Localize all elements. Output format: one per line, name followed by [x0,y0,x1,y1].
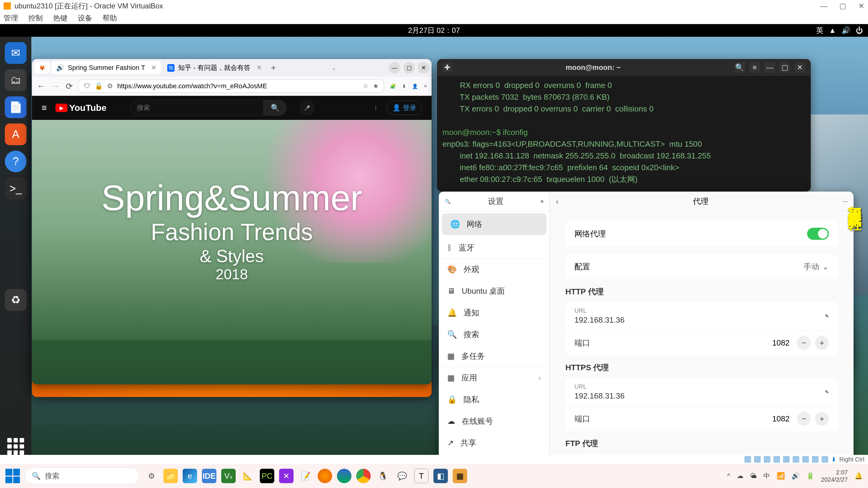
account-icon[interactable]: 👤 [412,84,418,89]
firefox-ubuntu-icon[interactable]: 🦊 [34,62,50,74]
sidebar-item-network[interactable]: 🌐网络 [442,213,547,235]
start-button[interactable] [5,469,20,483]
permissions-icon[interactable]: ⚙ [107,82,113,90]
dock-trash-icon[interactable]: ♻ [5,289,27,311]
edit-icon[interactable]: ✎ [825,313,829,319]
terminal-close-button[interactable]: ✕ [795,62,805,73]
port-increment-button[interactable]: + [815,336,829,350]
sidebar-item-bluetooth[interactable]: ᛒ蓝牙 [439,237,550,258]
menu-icon[interactable]: ≡ [424,84,427,89]
terminal-minimize-button[interactable]: — [764,62,775,73]
sidebar-item-notifications[interactable]: 🔔通知 [439,302,550,324]
menu-icon[interactable]: ≡ [41,103,47,113]
dock-writer-icon[interactable]: 📄 [5,96,27,118]
sidebar-item-multitask[interactable]: ▦多任务 [439,345,550,367]
youtube-video-player[interactable]: Spring&Summer Fashion Trends & Styles 20… [32,120,432,340]
tray-battery-icon[interactable]: 🔋 [806,472,814,480]
shield-icon[interactable]: 🛡 [84,82,90,90]
vbox-menu-hotkey[interactable]: 热键 [53,13,67,23]
firefox-newtab-button[interactable]: + [268,63,279,73]
taskbar-matlab-icon[interactable]: 📐 [241,469,255,483]
extensions-icon[interactable]: 🧩 [390,84,396,89]
search-icon[interactable]: 🔍 [734,62,745,73]
tab-close-icon[interactable]: ✕ [151,64,156,72]
taskbar-wechat-icon[interactable]: 💬 [395,469,409,483]
taskbar-vs-icon[interactable]: Vₛ [221,469,236,483]
gnome-datetime[interactable]: 2月27日 02：07 [408,26,460,35]
vbox-net-icon[interactable] [764,456,770,463]
terminal-output[interactable]: RX errors 0 dropped 0 overruns 0 frame 0… [437,76,811,189]
firefox-tab-inactive[interactable]: 知 知乎 - 有问题，就会有答 ✕ [162,61,267,74]
vbox-cd-icon[interactable] [754,456,761,463]
taskbar-pycharm-icon[interactable]: PC [260,469,274,483]
vbox-hd-icon[interactable] [744,456,751,463]
sidebar-item-sharing[interactable]: ↗共享 [439,432,550,454]
mic-icon[interactable]: 🎤 [299,100,315,116]
tray-volume-icon[interactable]: 🔊 [792,472,800,480]
taskbar-virtualbox-icon[interactable]: ◧ [433,469,448,483]
sidebar-item-ubuntu-desktop[interactable]: 🖥Ubuntu 桌面 [439,280,550,302]
youtube-search-button[interactable]: 🔍 [264,100,287,116]
port-increment-button[interactable]: + [815,412,829,426]
back-button[interactable]: ← [37,82,45,91]
taskbar-app-icon[interactable]: ▦ [453,469,467,483]
tray-expand-icon[interactable]: ^ [727,472,730,480]
taskbar-text-icon[interactable]: T [414,469,429,483]
sidebar-item-online-accounts[interactable]: ☁在线账号 [439,410,550,432]
dock-help-icon[interactable]: ? [5,151,27,172]
taskbar-notepad-icon[interactable]: 📝 [299,469,313,483]
gnome-lang-indicator[interactable]: 英 [816,26,824,35]
sidebar-item-privacy[interactable]: 🔒隐私 [439,389,550,410]
youtube-login-button[interactable]: 👤 登录 [387,101,422,115]
url-bar[interactable]: 🛡 🔒 ⚙ ☆ ★ [79,79,384,93]
taskbar-vs2-icon[interactable]: ✕ [279,469,293,483]
dock-terminal-icon[interactable]: >_ [5,178,27,199]
tray-wifi-icon[interactable]: 📶 [777,472,785,480]
more-icon[interactable]: ⋮ [373,105,378,111]
dock-files-icon[interactable]: 🗂 [5,69,27,91]
firefox-maximize-button[interactable]: ▢ [403,62,415,73]
sidebar-item-search[interactable]: 🔍搜索 [439,324,550,345]
forward-button[interactable]: → [51,82,60,91]
network-icon[interactable]: ▲ [829,26,836,35]
sidebar-item-appearance[interactable]: 🎨外观 [439,258,550,280]
vbox-shared-icon[interactable] [783,456,789,463]
dock-show-apps-button[interactable] [7,438,24,455]
terminal-menu-button[interactable]: ≡ [749,62,760,73]
edit-icon[interactable]: ✎ [825,389,829,395]
port-decrement-button[interactable]: − [797,412,811,426]
taskbar-chrome-icon[interactable] [356,469,371,483]
taskbar-settings-icon[interactable]: ⚙ [144,469,158,483]
search-icon[interactable]: 🔍 [445,198,451,204]
vbox-menu-control[interactable]: 控制 [28,13,43,23]
bookmark-icon[interactable]: ★ [373,82,379,90]
sidebar-item-apps[interactable]: ▦应用› [439,367,550,389]
vbox-close-button[interactable]: ✕ [858,2,864,10]
reload-button[interactable]: ⟳ [66,82,73,91]
proxy-config-row[interactable]: 配置 手动⌄ [565,254,838,279]
volume-icon[interactable]: 🔊 [841,26,850,35]
terminal-maximize-button[interactable]: ▢ [779,62,790,73]
star-outline-icon[interactable]: ☆ [363,82,369,90]
taskbar-ide-icon[interactable]: IDE [202,469,216,483]
taskbar-edge-icon[interactable]: e [183,469,197,483]
youtube-search-input[interactable] [130,100,264,116]
vbox-menu-manage[interactable]: 管理 [4,13,18,23]
vbox-display-icon[interactable] [793,456,799,463]
tray-weather-icon[interactable]: 🌥 [750,472,757,480]
tabs-dropdown-icon[interactable]: ⌄ [332,65,336,71]
firefox-close-button[interactable]: ✕ [418,62,429,73]
taskbar-clock[interactable]: 2:07 2024/2/27 [821,469,848,483]
taskbar-explorer-icon[interactable]: 📁 [163,469,178,483]
taskbar-edge2-icon[interactable] [337,469,351,483]
firefox-minimize-button[interactable]: — [389,62,400,73]
taskbar-firefox-icon[interactable] [318,469,332,483]
dock-thunderbird-icon[interactable]: ✉ [5,42,27,64]
dock-software-icon[interactable]: A [5,124,27,145]
sidebar-menu-button[interactable]: ≡ [541,199,544,204]
power-icon[interactable]: ⏻ [856,26,863,35]
firefox-tab-active[interactable]: 🔊 Spring Summer Fashion T ✕ [51,61,161,74]
youtube-logo[interactable]: ▶ YouTube [56,103,107,113]
url-input[interactable] [117,82,358,90]
port-decrement-button[interactable]: − [797,336,811,350]
